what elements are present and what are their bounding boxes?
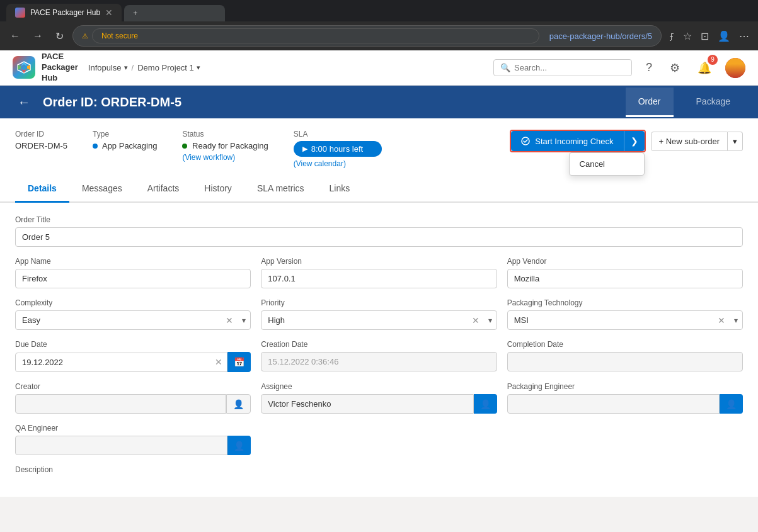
refresh-icon[interactable]: ↻ (387, 144, 394, 154)
assignee-input[interactable] (261, 394, 473, 414)
back-to-orders-btn[interactable]: ← (15, 93, 33, 112)
nav-actions: Ꞙ ☆ ⊡ 👤 ⋯ (667, 28, 752, 45)
help-button[interactable]: ? (642, 57, 656, 78)
qa-engineer-input[interactable] (15, 436, 227, 455)
order-id-title: Order ID: ORDER-DM-5 (43, 95, 616, 110)
forward-button[interactable]: → (29, 28, 47, 44)
url-display: pace-packager-hub/orders/5 (549, 31, 652, 41)
page-tabs: Details Messages Artifacts History SLA m… (0, 176, 758, 203)
sla-label: SLA (294, 130, 394, 139)
qa-row: QA Engineer 👤 (15, 424, 743, 465)
cancel-action-item[interactable]: Cancel (570, 153, 644, 175)
actions-area: Start Incoming Check ❯ Cancel + New sub-… (510, 130, 743, 152)
creator-person-btn[interactable]: 👤 (226, 394, 251, 414)
breadcrumb-org[interactable]: Infopulse ▾ (88, 63, 128, 72)
active-tab[interactable]: PACE Packager Hub ✕ (6, 4, 122, 21)
complexity-arrow-icon[interactable]: ▾ (242, 316, 246, 325)
sla-group: SLA ▶ 8:00 hours left ↻ (View calendar) (294, 130, 394, 168)
breadcrumb-separator: / (132, 63, 134, 72)
back-button[interactable]: ← (6, 28, 24, 44)
packaging-tech-clear-icon[interactable]: ✕ (718, 315, 725, 325)
tab-details[interactable]: Details (15, 176, 69, 203)
packaging-engineer-input-wrap: 👤 (507, 394, 743, 414)
search-box[interactable]: 🔍 (493, 59, 632, 76)
packaging-tech-arrow-icon[interactable]: ▾ (734, 316, 738, 325)
chevron-down-icon-3: ❯ (631, 136, 638, 146)
priority-field: Priority ✕ ▾ (261, 298, 497, 330)
packaging-engineer-input[interactable] (507, 394, 720, 414)
packaging-tech-select[interactable] (507, 310, 743, 330)
profile-avatar-btn[interactable]: 👤 (715, 28, 733, 45)
breadcrumb: Infopulse ▾ / Demo Project 1 ▾ (88, 63, 200, 72)
new-suborder-button[interactable]: + New sub-order (651, 132, 728, 151)
form-area: Order Title App Name App Version App Ven… (0, 203, 758, 497)
packaging-tech-label: Packaging Technology (507, 298, 743, 307)
view-workflow-link[interactable]: (View workflow) (182, 153, 268, 162)
search-input[interactable] (514, 63, 625, 72)
status-value: Ready for Packaging (182, 141, 268, 150)
qa-engineer-field: QA Engineer 👤 (15, 424, 251, 455)
status-label: Status (182, 130, 268, 139)
view-calendar-link[interactable]: (View calendar) (294, 159, 394, 168)
svg-marker-3 (18, 65, 21, 70)
due-date-calendar-btn[interactable]: 📅 (227, 352, 251, 372)
qa-engineer-person-btn[interactable]: 👤 (227, 436, 251, 455)
app-name-label: App Name (15, 257, 251, 266)
due-date-clear-icon[interactable]: ✕ (215, 357, 222, 367)
priority-arrow-icon[interactable]: ▾ (488, 316, 492, 325)
more-options-btn[interactable]: ⋯ (737, 28, 752, 45)
bookmark-manager-btn[interactable]: ⊡ (698, 28, 711, 45)
profile-icon-btn[interactable]: Ꞙ (667, 28, 677, 44)
new-suborder-dropdown-btn[interactable]: ▾ (728, 132, 743, 151)
start-incoming-check-button[interactable]: Start Incoming Check (511, 131, 623, 151)
tab-favicon (15, 8, 25, 18)
new-tab-btn[interactable]: + (124, 5, 225, 21)
creator-input[interactable] (15, 394, 226, 414)
order-meta-row: Order ID ORDER-DM-5 Type App Packaging S… (0, 118, 758, 176)
settings-button[interactable]: ⚙ (666, 57, 684, 79)
description-field: Description (15, 465, 743, 474)
due-date-input[interactable] (15, 353, 227, 372)
security-warning-icon: ⚠ (82, 32, 88, 40)
due-date-field: Due Date ✕ 📅 (15, 340, 251, 372)
order-id-group: Order ID ORDER-DM-5 (15, 130, 67, 150)
assignee-label: Assignee (261, 382, 497, 391)
address-bar[interactable]: ⚠ Not secure pace-packager-hub/orders/5 (72, 25, 662, 47)
main-content: Order ID ORDER-DM-5 Type App Packaging S… (0, 118, 758, 497)
app-vendor-input[interactable] (507, 269, 743, 288)
user-avatar[interactable] (725, 58, 745, 78)
start-check-dropdown-btn[interactable]: ❯ (624, 131, 645, 151)
assignee-input-wrap: 👤 (261, 394, 497, 414)
qa-engineer-input-wrap: 👤 (15, 436, 251, 455)
people-row: Creator 👤 Assignee 👤 Packaging Engineer … (15, 382, 743, 424)
tab-messages[interactable]: Messages (69, 176, 135, 203)
complexity-clear-icon[interactable]: ✕ (226, 315, 233, 325)
banner-tab-order[interactable]: Order (626, 88, 674, 117)
assignee-person-btn[interactable]: 👤 (474, 394, 497, 414)
tab-close-btn[interactable]: ✕ (105, 8, 113, 18)
creation-date-label: Creation Date (261, 340, 497, 349)
notification-bell[interactable]: 🔔 9 (694, 57, 715, 79)
creation-date-field: Creation Date (261, 340, 497, 372)
packaging-engineer-person-btn[interactable]: 👤 (720, 394, 743, 414)
order-title-input[interactable] (15, 227, 743, 247)
tab-history[interactable]: History (192, 176, 244, 203)
complexity-label: Complexity (15, 298, 251, 307)
completion-date-label: Completion Date (507, 340, 743, 349)
due-date-wrapper: ✕ 📅 (15, 352, 251, 372)
app-logo: PACEPackagerHub (13, 52, 78, 84)
priority-clear-icon[interactable]: ✕ (472, 315, 479, 325)
tab-links[interactable]: Links (317, 176, 363, 203)
tab-artifacts[interactable]: Artifacts (135, 176, 192, 203)
app-name-input[interactable] (15, 269, 251, 288)
reload-button[interactable]: ↻ (52, 28, 67, 45)
priority-select[interactable] (261, 310, 497, 330)
complexity-select[interactable] (15, 310, 251, 330)
tab-sla-metrics[interactable]: SLA metrics (244, 176, 317, 203)
banner-tab-package[interactable]: Package (684, 88, 743, 117)
breadcrumb-project[interactable]: Demo Project 1 ▾ (137, 63, 200, 72)
creator-field: Creator 👤 (15, 382, 251, 414)
bookmark-star-btn[interactable]: ☆ (680, 28, 694, 45)
qa-engineer-label: QA Engineer (15, 424, 251, 433)
app-version-input[interactable] (261, 269, 497, 288)
